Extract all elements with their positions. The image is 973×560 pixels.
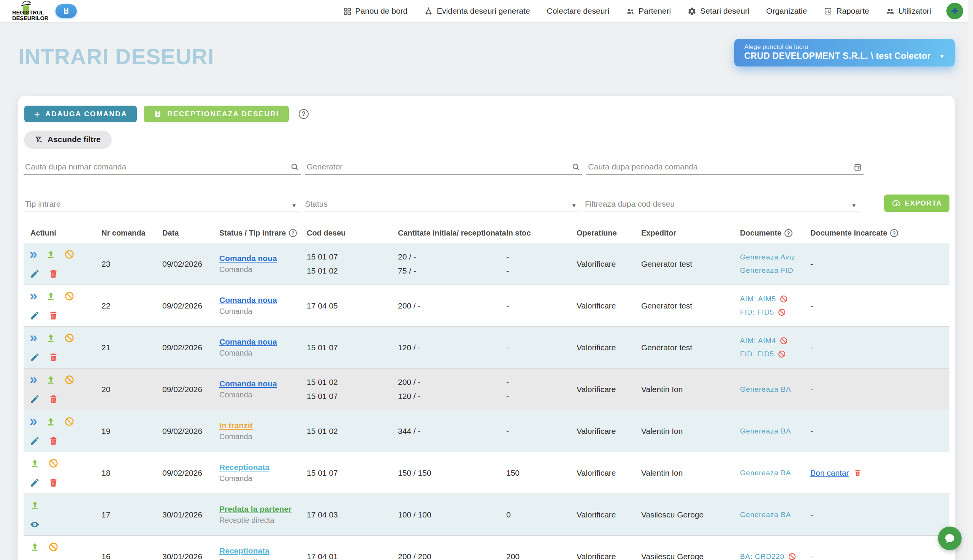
waste-code-cell: 15 01 07 bbox=[307, 468, 398, 478]
status-link[interactable]: Comanda noua bbox=[219, 337, 277, 346]
uploaded-document-link[interactable]: Bon cantar bbox=[810, 468, 849, 478]
document-link[interactable]: Genereaza BA bbox=[740, 511, 791, 519]
edit-icon[interactable] bbox=[30, 478, 40, 488]
nav-item-parteneri[interactable]: Parteneri bbox=[626, 7, 671, 15]
nav-item-setari-deseuri[interactable]: Setari deseuri bbox=[688, 7, 749, 15]
delete-icon[interactable] bbox=[48, 310, 58, 321]
orders-table: ActiuniNr comandaDataStatus / Tip intrar… bbox=[23, 223, 950, 560]
document-link[interactable]: Genereaza Aviz bbox=[740, 253, 795, 262]
entry-type-label: Receptie directa bbox=[219, 516, 303, 525]
edit-icon[interactable] bbox=[30, 394, 40, 404]
delete-icon[interactable] bbox=[48, 394, 58, 404]
upload-icon[interactable] bbox=[30, 458, 40, 468]
forward-icon[interactable]: » bbox=[30, 417, 37, 426]
cancel-icon[interactable] bbox=[64, 375, 75, 385]
help-icon[interactable]: ? bbox=[299, 109, 309, 119]
status-link[interactable]: Comanda noua bbox=[219, 379, 277, 388]
edit-icon[interactable] bbox=[30, 436, 40, 446]
nav-item-colectare-deseuri[interactable]: Colectare deseuri bbox=[547, 7, 609, 15]
edit-icon[interactable] bbox=[30, 310, 40, 321]
receive-waste-button[interactable]: RECEPTIONEAZA DESEURI bbox=[144, 106, 289, 122]
user-avatar[interactable] bbox=[946, 3, 963, 19]
status-link[interactable]: Comanda noua bbox=[219, 295, 277, 304]
delete-icon[interactable] bbox=[48, 436, 58, 446]
document-link[interactable]: AIM: AIM5 bbox=[740, 295, 776, 303]
upload-icon[interactable] bbox=[46, 291, 56, 301]
order-date: 09/02/2026 bbox=[162, 385, 219, 394]
blocked-icon[interactable] bbox=[779, 337, 788, 345]
document-link[interactable]: BA: CRD220 bbox=[740, 552, 784, 560]
delete-uploaded-icon[interactable] bbox=[854, 469, 862, 477]
hide-filters-button[interactable]: Ascunde filtre bbox=[24, 131, 111, 148]
documents-cell: AIM: AIM4FID: FID5 bbox=[740, 337, 810, 358]
help-icon[interactable]: ? bbox=[289, 229, 297, 237]
workpoint-selector[interactable]: Alege punctul de lucru CRUD DEVELOPMENT … bbox=[734, 39, 955, 67]
stock-value-cell: 0 bbox=[506, 510, 577, 519]
document-link[interactable]: Genereaza BA bbox=[740, 385, 791, 393]
document-link[interactable]: Genereaza FID bbox=[740, 266, 793, 275]
blocked-icon[interactable] bbox=[778, 308, 786, 317]
status-link[interactable]: Predata la partener bbox=[219, 505, 292, 513]
blocked-icon[interactable] bbox=[778, 350, 786, 358]
forward-icon[interactable]: » bbox=[30, 375, 37, 384]
entry-type-placeholder: Tip intrare bbox=[25, 200, 61, 208]
upload-icon[interactable] bbox=[46, 417, 56, 427]
help-icon[interactable]: ? bbox=[784, 229, 793, 237]
nav-item-rapoarte[interactable]: Rapoarte bbox=[824, 7, 869, 15]
document-link[interactable]: FID: FID5 bbox=[740, 350, 774, 358]
delete-icon[interactable] bbox=[48, 268, 58, 279]
document-link[interactable]: FID: FID5 bbox=[740, 308, 774, 317]
save-pill-button[interactable] bbox=[55, 4, 77, 18]
view-icon[interactable] bbox=[30, 519, 40, 530]
generator-filter-input[interactable]: Generator bbox=[305, 159, 582, 175]
cancel-icon[interactable] bbox=[48, 542, 58, 552]
status-link[interactable]: Receptionata bbox=[219, 463, 269, 472]
upload-icon[interactable] bbox=[46, 333, 56, 343]
app-logo[interactable]: REGISTRUL DEȘEURILOR bbox=[10, 0, 49, 22]
add-order-button[interactable]: + ADAUGA COMANDA bbox=[24, 106, 137, 122]
order-number: 23 bbox=[102, 260, 162, 268]
page-scrollbar[interactable] bbox=[968, 0, 973, 560]
forward-icon[interactable]: » bbox=[30, 292, 37, 300]
cancel-icon[interactable] bbox=[64, 249, 75, 260]
cancel-icon[interactable] bbox=[64, 291, 75, 301]
nav-item-organizatie[interactable]: Organizatie bbox=[766, 7, 807, 15]
nav-item-evidenta-deseuri-generate[interactable]: Evidenta deseuri generate bbox=[424, 7, 530, 15]
cancel-icon[interactable] bbox=[64, 417, 75, 427]
waste-code: 15 01 07 bbox=[307, 343, 394, 352]
delete-icon[interactable] bbox=[48, 478, 58, 488]
chat-button[interactable] bbox=[938, 527, 961, 550]
entry-type-select[interactable]: Tip intrare ▼ bbox=[23, 196, 299, 212]
forward-icon[interactable]: » bbox=[30, 250, 37, 259]
status-select[interactable]: Status ▼ bbox=[304, 196, 579, 212]
nav-item-panou-de-bord[interactable]: Panou de bord bbox=[343, 7, 408, 15]
upload-icon[interactable] bbox=[30, 500, 40, 510]
upload-icon[interactable] bbox=[30, 542, 40, 552]
cancel-icon[interactable] bbox=[48, 458, 58, 468]
edit-icon[interactable] bbox=[30, 268, 40, 279]
upload-icon[interactable] bbox=[46, 249, 56, 260]
delete-icon[interactable] bbox=[48, 352, 58, 362]
help-icon[interactable]: ? bbox=[890, 229, 898, 237]
nav-item-utilizatori[interactable]: Utilizatori bbox=[886, 7, 931, 15]
document-link[interactable]: Genereaza BA bbox=[740, 469, 791, 477]
upload-icon[interactable] bbox=[46, 375, 56, 385]
document-link[interactable]: Genereaza BA bbox=[740, 427, 791, 435]
status-link[interactable]: Comanda noua bbox=[219, 254, 277, 263]
order-number-filter-input[interactable]: Cauta dupa numar comanda bbox=[23, 159, 300, 175]
quantity-cell: 120 / - bbox=[398, 343, 506, 352]
period-filter-input[interactable]: Cauta dupa perioada comanda bbox=[586, 159, 863, 175]
document-link[interactable]: AIM: AIM4 bbox=[740, 337, 776, 345]
waste-code-select[interactable]: Filtreaza dupa cod deseu ▼ bbox=[583, 196, 859, 212]
blocked-icon[interactable] bbox=[788, 552, 796, 560]
order-number: 16 bbox=[102, 552, 162, 560]
cancel-icon[interactable] bbox=[64, 333, 75, 343]
export-button[interactable]: EXPORTA bbox=[884, 195, 950, 212]
status-link[interactable]: Receptionata bbox=[219, 546, 269, 555]
status-link[interactable]: In tranzit bbox=[219, 421, 253, 430]
operation: Valorificare bbox=[577, 468, 641, 478]
forward-icon[interactable]: » bbox=[30, 333, 37, 342]
blocked-icon[interactable] bbox=[779, 295, 788, 303]
edit-icon[interactable] bbox=[30, 352, 40, 362]
documents-cell: Genereaza BA bbox=[740, 385, 810, 393]
